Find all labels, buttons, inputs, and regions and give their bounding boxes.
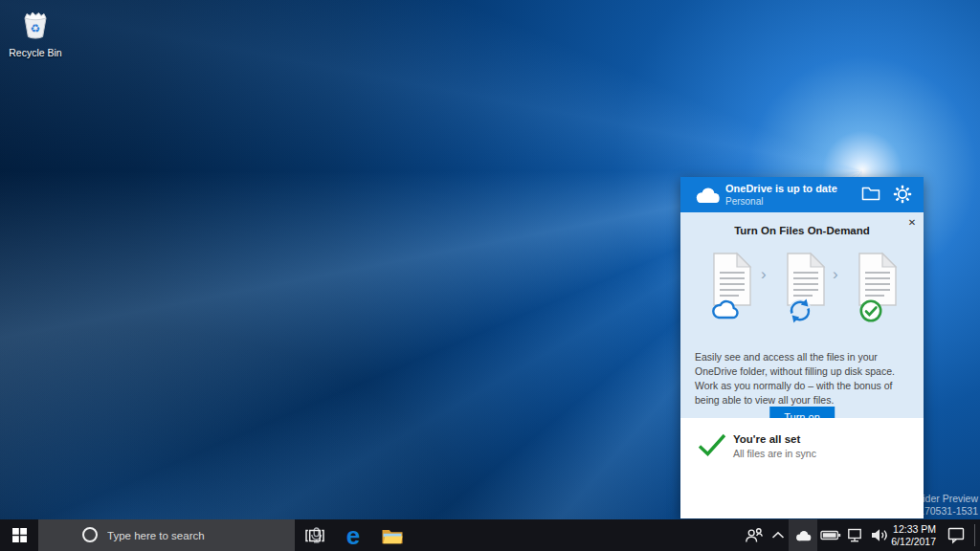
taskbar: e (0, 519, 980, 551)
file-explorer-folder-icon (381, 526, 404, 544)
recycle-bin-icon: ♻ (17, 8, 54, 42)
edge-icon: e (342, 523, 365, 548)
volume-icon (871, 528, 890, 542)
volume-button[interactable] (868, 519, 892, 551)
folder-icon (861, 185, 880, 202)
clock-date: 6/12/2017 (891, 536, 936, 548)
action-center-button[interactable] (940, 519, 972, 551)
chevron-right-icon: › (761, 265, 767, 284)
flyout-account-type: Personal (725, 196, 763, 207)
document-sync-icon (784, 252, 834, 324)
file-explorer-button[interactable] (376, 519, 409, 551)
chevron-up-icon (771, 531, 785, 540)
network-button[interactable] (843, 519, 868, 551)
clock-time: 12:33 PM (893, 523, 936, 536)
watermark-line2: 170531-1531 (918, 505, 978, 518)
show-hidden-icons-button[interactable] (768, 519, 789, 551)
task-view-icon (304, 528, 325, 543)
check-badge-icon (861, 301, 880, 320)
insider-preview-watermark: sider Preview 170531-1531 (918, 493, 978, 517)
promo-title: Turn On Files On-Demand (680, 225, 924, 236)
clock[interactable]: 12:33 PM 6/12/2017 (890, 519, 936, 551)
windows-logo-icon (12, 528, 27, 542)
start-button[interactable] (0, 519, 38, 551)
document-synced-icon (856, 252, 905, 324)
recycle-bin-shortcut[interactable]: ♻ Recycle Bin (6, 8, 65, 58)
files-on-demand-promo: ✕ Turn On Files On-Demand › (680, 212, 924, 418)
people-icon (745, 527, 764, 543)
desktop-screen: ♻ Recycle Bin sider Preview 170531-1531 … (0, 0, 980, 551)
chevron-right-icon: › (833, 265, 838, 284)
onedrive-flyout-header: OneDrive is up to date Personal (680, 177, 924, 212)
onedrive-tray-cloud-icon (793, 529, 813, 542)
search-input[interactable] (107, 519, 299, 551)
status-title: You're all set (733, 433, 800, 445)
status-subtitle: All files are in sync (733, 448, 816, 459)
people-button[interactable] (742, 519, 767, 551)
edge-browser-button[interactable]: e (337, 519, 369, 551)
cortana-icon[interactable] (82, 527, 98, 542)
gear-icon (893, 185, 912, 204)
success-check-icon (697, 432, 727, 457)
edge-glyph: e (346, 523, 360, 548)
task-view-button[interactable] (299, 519, 331, 551)
document-cloud-icon (710, 252, 760, 324)
settings-button[interactable] (893, 185, 914, 205)
onedrive-flyout: OneDrive is up to date Personal (680, 177, 924, 518)
watermark-line1: sider Preview (918, 493, 978, 505)
promo-description: Easily see and access all the files in y… (695, 350, 913, 408)
network-icon (846, 527, 865, 543)
battery-icon (820, 529, 841, 541)
onedrive-cloud-icon (692, 185, 723, 206)
recycle-symbol-glyph: ♻ (31, 22, 41, 35)
action-center-icon (947, 526, 966, 544)
search-box[interactable] (38, 519, 295, 551)
recycle-bin-label: Recycle Bin (6, 47, 65, 58)
sync-status-section: You're all set All files are in sync (680, 418, 924, 518)
open-folder-button[interactable] (861, 185, 882, 205)
battery-button[interactable] (817, 519, 843, 551)
flyout-title: OneDrive is up to date (725, 183, 837, 194)
onedrive-tray-button[interactable] (789, 519, 817, 551)
show-desktop-button[interactable] (975, 519, 980, 551)
